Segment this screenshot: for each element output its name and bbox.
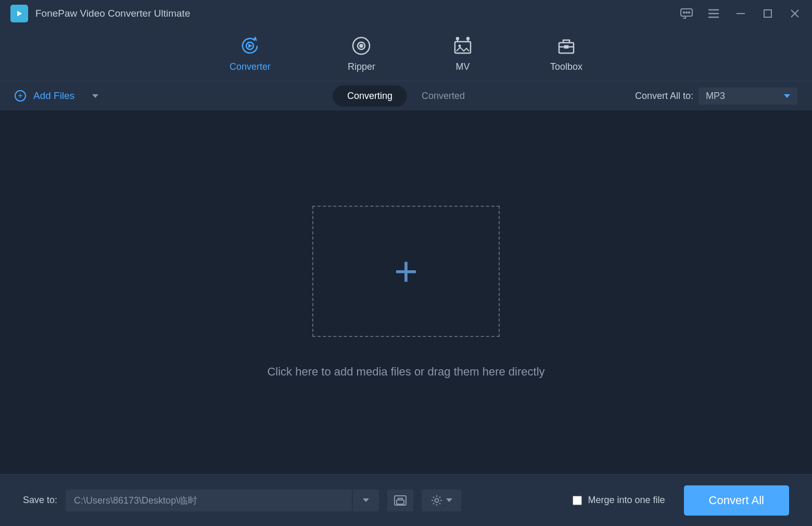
merge-checkbox[interactable]: Merge into one file <box>573 495 665 506</box>
nav-tabs: Converter Ripper MV <box>0 27 812 81</box>
ripper-icon <box>351 35 372 56</box>
tab-toolbox[interactable]: Toolbox <box>538 31 595 77</box>
convert-all-to: Convert All to: MP3 <box>635 87 797 105</box>
svg-point-27 <box>435 498 439 502</box>
app-title: FonePaw Video Converter Ultimate <box>35 8 190 19</box>
minimize-icon[interactable] <box>734 7 747 20</box>
dropzone[interactable]: + <box>312 206 500 337</box>
plus-circle-icon: + <box>15 90 26 102</box>
svg-point-2 <box>683 12 684 13</box>
svg-marker-0 <box>17 11 22 17</box>
open-folder-button[interactable] <box>387 490 413 511</box>
svg-point-4 <box>689 12 690 13</box>
svg-point-3 <box>686 12 687 13</box>
merge-checkbox-input[interactable] <box>573 496 582 505</box>
tab-mv[interactable]: MV <box>440 31 486 77</box>
feedback-icon[interactable] <box>680 7 693 20</box>
status-segmented: Converting Converted <box>333 85 479 107</box>
save-to-label: Save to: <box>23 495 57 506</box>
tab-converter[interactable]: Converter <box>217 31 283 77</box>
save-path-input[interactable] <box>66 490 352 511</box>
settings-button[interactable] <box>422 490 461 511</box>
tab-label: MV <box>456 61 470 72</box>
main-area: + Click here to add media files or drag … <box>0 110 812 474</box>
format-value: MP3 <box>706 91 725 102</box>
add-files-label: Add Files <box>33 90 74 102</box>
convert-all-button[interactable]: Convert All <box>684 485 789 516</box>
svg-point-19 <box>456 37 459 40</box>
format-select[interactable]: MP3 <box>699 87 797 105</box>
svg-rect-24 <box>565 46 568 48</box>
toolbar: + Add Files Converting Converted Convert… <box>0 81 812 110</box>
chevron-down-icon <box>784 94 790 98</box>
svg-point-17 <box>360 45 363 47</box>
save-path-dropdown[interactable] <box>353 490 379 511</box>
svg-rect-18 <box>455 42 471 53</box>
svg-point-20 <box>467 37 469 40</box>
menu-icon[interactable] <box>707 7 720 20</box>
converter-icon <box>239 35 260 56</box>
app-logo <box>10 5 28 22</box>
maximize-icon[interactable] <box>761 7 775 20</box>
svg-rect-26 <box>397 500 404 504</box>
toolbox-icon <box>556 35 577 56</box>
plus-icon: + <box>394 248 418 295</box>
tab-label: Ripper <box>348 61 375 72</box>
dropzone-text: Click here to add media files or drag th… <box>267 365 544 379</box>
tab-label: Toolbox <box>550 61 582 72</box>
svg-point-21 <box>459 45 461 47</box>
chevron-down-icon <box>446 498 452 502</box>
convert-all-to-label: Convert All to: <box>635 91 693 102</box>
titlebar: FonePaw Video Converter Ultimate <box>0 0 812 27</box>
footer: Save to: Merge into one file Convert All <box>0 474 812 526</box>
add-files-button[interactable]: + Add Files <box>15 90 98 102</box>
tab-ripper[interactable]: Ripper <box>335 31 388 77</box>
close-icon[interactable] <box>788 7 802 20</box>
tab-label: Converter <box>230 61 271 72</box>
segment-converted[interactable]: Converted <box>407 85 479 107</box>
segment-converting[interactable]: Converting <box>333 85 407 107</box>
mv-icon <box>452 35 473 56</box>
svg-marker-14 <box>248 44 252 48</box>
svg-rect-9 <box>764 10 771 17</box>
chevron-down-icon[interactable] <box>92 94 98 98</box>
merge-label: Merge into one file <box>588 495 665 506</box>
